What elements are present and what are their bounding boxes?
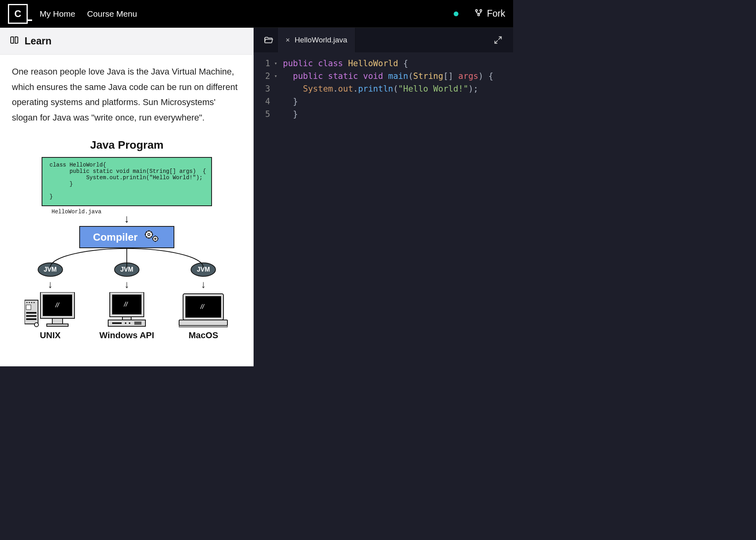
tab-filename: HelloWorld.java xyxy=(295,36,347,44)
arrow-down-icon: ↓ xyxy=(124,278,129,291)
editor-tabs: × HelloWorld.java xyxy=(254,28,513,52)
fold-toggle[interactable]: ▾ xyxy=(274,57,283,70)
svg-point-2 xyxy=(478,14,480,16)
diagram-code-box: class HelloWorld{ public static void mai… xyxy=(42,157,212,206)
jvm-col-windows: JVM ↓ // Windows API xyxy=(91,262,162,341)
nav-course-menu[interactable]: Course Menu xyxy=(87,9,137,19)
fold-toggle[interactable]: ▾ xyxy=(274,70,283,82)
arrow-down-icon: ↓ xyxy=(12,213,242,224)
nav-my-home[interactable]: My Home xyxy=(40,9,75,19)
expand-icon xyxy=(494,36,502,44)
fork-label: Fork xyxy=(487,8,505,19)
computer-windows-icon: // xyxy=(101,292,153,328)
svg-rect-25 xyxy=(122,317,131,320)
svg-rect-19 xyxy=(52,318,63,324)
code-line[interactable]: System.out.println("Hello World!"); xyxy=(283,82,513,95)
expand-editor-button[interactable] xyxy=(489,28,507,52)
jvm-row: JVM ↓ // UNIX xyxy=(12,262,242,341)
svg-rect-30 xyxy=(134,322,141,325)
line-number: 1 xyxy=(254,57,270,70)
lesson-pane: Learn One reason people love Java is the… xyxy=(0,28,254,366)
svg-point-9 xyxy=(29,302,30,303)
jvm-pill: JVM xyxy=(114,262,139,277)
svg-rect-34 xyxy=(179,320,227,326)
svg-point-28 xyxy=(125,322,126,324)
jvm-col-unix: JVM ↓ // UNIX xyxy=(15,262,86,341)
logo-letter: C xyxy=(14,8,21,19)
gears-icon xyxy=(143,229,160,246)
fold-column: ▾▾ xyxy=(274,57,283,366)
fold-toggle xyxy=(274,95,283,108)
learn-bar: Learn xyxy=(0,28,254,55)
code-line[interactable]: public static void main(String[] args) { xyxy=(283,70,513,82)
svg-text://: // xyxy=(124,301,128,308)
code-line[interactable]: public class HelloWorld { xyxy=(283,57,513,70)
editor-pane: × HelloWorld.java 12345 ▾▾ public class … xyxy=(254,28,513,366)
os-label-macos: MacOS xyxy=(189,330,218,341)
svg-point-1 xyxy=(480,10,482,11)
line-number-gutter: 12345 xyxy=(254,57,274,366)
fork-icon xyxy=(474,8,483,19)
svg-text://: // xyxy=(200,303,204,310)
jvm-pill: JVM xyxy=(38,262,63,277)
book-icon xyxy=(10,36,19,47)
svg-rect-20 xyxy=(47,324,68,326)
code-content[interactable]: public class HelloWorld { public static … xyxy=(283,57,513,366)
svg-point-0 xyxy=(475,10,477,11)
svg-point-5 xyxy=(153,236,158,241)
fold-toggle xyxy=(274,108,283,121)
compiler-box: Compiler xyxy=(79,226,174,248)
arrow-down-icon: ↓ xyxy=(201,278,206,291)
editor-tab-active[interactable]: × HelloWorld.java xyxy=(277,28,355,52)
svg-point-29 xyxy=(129,322,130,324)
line-number: 4 xyxy=(254,95,270,108)
svg-point-11 xyxy=(33,302,34,303)
svg-text://: // xyxy=(55,302,59,308)
arrow-down-icon: ↓ xyxy=(48,278,53,291)
svg-point-10 xyxy=(31,302,32,303)
brand-logo[interactable]: C xyxy=(8,4,28,24)
close-icon[interactable]: × xyxy=(286,36,290,44)
lesson-paragraph: One reason people love Java is the Java … xyxy=(0,55,254,135)
svg-point-8 xyxy=(26,302,27,303)
file-tree-button[interactable] xyxy=(260,28,277,52)
svg-rect-35 xyxy=(179,326,227,327)
folder-open-icon xyxy=(264,35,273,45)
svg-rect-15 xyxy=(26,318,36,320)
jvm-col-macos: JVM ↓ // MacOS xyxy=(168,262,239,341)
line-number: 5 xyxy=(254,108,270,121)
svg-point-21 xyxy=(34,323,38,327)
svg-rect-12 xyxy=(26,305,31,310)
jvm-pill: JVM xyxy=(191,262,216,277)
jvm-diagram: Java Program class HelloWorld{ public st… xyxy=(0,135,254,341)
os-label-unix: UNIX xyxy=(40,330,61,341)
fork-button[interactable]: Fork xyxy=(474,8,505,19)
line-number: 3 xyxy=(254,82,270,95)
compiler-label: Compiler xyxy=(93,231,138,243)
svg-rect-27 xyxy=(112,322,122,324)
code-editor[interactable]: 12345 ▾▾ public class HelloWorld { publi… xyxy=(254,52,513,366)
code-line[interactable]: } xyxy=(283,95,513,108)
svg-rect-13 xyxy=(26,312,36,314)
computer-unix-icon: // xyxy=(25,292,76,328)
learn-title: Learn xyxy=(25,35,52,47)
code-line[interactable]: } xyxy=(283,108,513,121)
logo-underscore xyxy=(27,19,32,21)
diagram-title: Java Program xyxy=(12,139,242,151)
computer-macos-icon: // xyxy=(178,292,229,328)
os-label-windows: Windows API xyxy=(99,330,154,341)
svg-rect-14 xyxy=(26,315,36,317)
connection-status-dot xyxy=(454,11,458,16)
top-header: C My Home Course Menu Fork xyxy=(0,0,513,28)
fold-toggle xyxy=(274,82,283,95)
line-number: 2 xyxy=(254,70,270,82)
